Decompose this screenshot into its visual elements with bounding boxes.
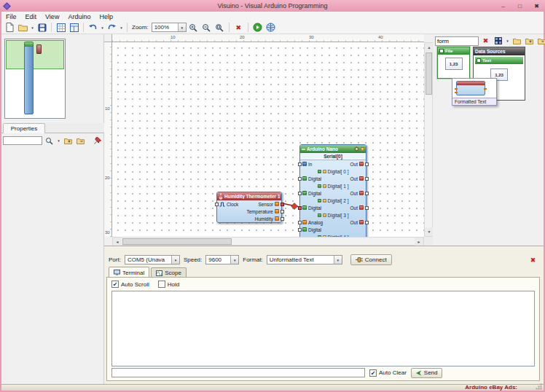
digital1-in-connector[interactable] [298, 192, 302, 195]
analog-out-connector[interactable] [365, 221, 369, 224]
undo-dropdown-icon[interactable]: ▾ [100, 26, 105, 30]
humidity-thermometer-block[interactable]: Humidity Thermometer 1 Clock Sensor Temp… [216, 192, 282, 223]
auto-clear-checkbox[interactable]: ✔ Auto Clear [369, 369, 407, 377]
hold-checkbox[interactable]: Hold [158, 281, 179, 288]
sensor-pin-connector[interactable] [281, 203, 284, 206]
format-dropdown-icon[interactable]: ▾ [334, 256, 342, 264]
maximize-button[interactable]: □ [511, 0, 528, 12]
palette-collapse-all-button[interactable] [536, 36, 545, 46]
auto-clear-checkmark[interactable]: ✔ [369, 369, 377, 377]
digital1-out-pin[interactable]: Out [350, 191, 364, 196]
open-project-button[interactable] [17, 22, 29, 34]
clock-pin-connector[interactable] [215, 203, 219, 206]
analog-in-pin[interactable]: Analog [302, 220, 323, 225]
digital2-out-connector[interactable] [365, 206, 369, 210]
digital1-out-connector[interactable] [365, 192, 369, 195]
minimize-button[interactable]: – [495, 0, 511, 12]
digital0-in-connector[interactable] [298, 177, 302, 181]
digital-extra-connector[interactable] [298, 228, 302, 232]
port-dropdown-icon[interactable]: ▾ [171, 256, 179, 264]
close-button[interactable]: ✖ [528, 0, 545, 12]
palette-search-input[interactable] [435, 36, 479, 46]
auto-scroll-checkbox[interactable]: ✔ Auto Scroll [111, 281, 149, 288]
serial-out-connector[interactable] [365, 162, 369, 166]
menu-arduino[interactable]: Arduino [63, 13, 95, 20]
undo-button[interactable] [87, 22, 99, 34]
tab-terminal[interactable]: Terminal [109, 267, 149, 278]
titlebar[interactable]: Visuino - Visual Arduino Programming – □… [0, 0, 545, 12]
palette-new-category-button[interactable] [511, 36, 522, 46]
palette-view-dropdown-icon[interactable]: ▾ [505, 39, 510, 43]
canvas-vertical-scrollbar[interactable]: ▲ ▼ [424, 42, 433, 237]
analog-out-pin[interactable]: Out [350, 220, 364, 225]
pin-panel-button[interactable] [92, 136, 103, 146]
humidity-pin[interactable]: Humidity [255, 216, 279, 222]
save-button[interactable] [36, 22, 48, 34]
palette-view-button[interactable] [493, 36, 503, 46]
digital2-in-connector[interactable] [298, 206, 302, 210]
file-category-header[interactable]: File [438, 47, 469, 55]
format-select[interactable]: Unformatted Text ▾ [267, 255, 342, 264]
menu-edit[interactable]: Edit [21, 13, 42, 20]
zoom-fit-button[interactable] [213, 22, 226, 34]
horizontal-scroll-thumb[interactable] [122, 238, 232, 245]
new-project-button[interactable] [4, 22, 16, 34]
zoom-select[interactable]: 100% ▾ [152, 23, 187, 32]
menu-help[interactable]: Help [95, 13, 117, 20]
digital1-in-pin[interactable]: Digital [302, 191, 321, 196]
upload-button[interactable] [264, 22, 277, 34]
clock-pin[interactable]: Clock [219, 202, 238, 207]
digital1-channel-header[interactable]: Digital[ 1 ] [300, 182, 366, 189]
terminal-output-area[interactable] [111, 291, 535, 366]
canvas-horizontal-scrollbar[interactable]: ◄ ► [112, 237, 424, 246]
tab-scope[interactable]: Scope [151, 267, 187, 278]
expand-all-button[interactable] [63, 136, 74, 146]
vertical-scroll-thumb[interactable] [426, 52, 432, 95]
properties-search-button[interactable] [44, 136, 55, 146]
digital0-out-pin[interactable]: Out [350, 176, 364, 181]
redo-button[interactable] [106, 22, 118, 34]
speed-select[interactable]: 9600 ▾ [205, 255, 239, 264]
project-settings-button[interactable] [68, 22, 80, 34]
text-subcategory-header[interactable]: Text [475, 57, 523, 64]
digital-extra-in-pin[interactable]: Digital [302, 227, 321, 232]
clear-search-button[interactable]: ✖ [480, 36, 491, 46]
board-view-button[interactable] [55, 22, 67, 34]
delete-button[interactable]: ✖ [232, 22, 245, 34]
temperature-pin[interactable]: Temperature [247, 209, 280, 214]
serial-in-connector[interactable] [298, 162, 302, 166]
gear-icon[interactable] [354, 146, 359, 152]
menu-view[interactable]: View [41, 13, 63, 20]
redo-dropdown-icon[interactable]: ▾ [119, 26, 124, 30]
humidity-pin-connector[interactable] [281, 217, 284, 221]
resize-grip-icon[interactable] [536, 383, 542, 390]
arduino-block-header[interactable]: ∞ Arduino Nano [300, 145, 366, 153]
auto-scroll-checkmark[interactable]: ✔ [111, 281, 119, 288]
overview-thumbnail[interactable] [4, 39, 66, 119]
menu-file[interactable]: File [1, 13, 21, 20]
serial-out-pin[interactable]: Out [350, 162, 364, 167]
port-select[interactable]: COM5 (Unava ▾ [125, 255, 180, 264]
speed-dropdown-icon[interactable]: ▾ [230, 256, 238, 264]
analog-in-connector[interactable] [298, 221, 302, 224]
thermometer-block-header[interactable]: Humidity Thermometer 1 [217, 192, 281, 200]
design-viewport[interactable]: Humidity Thermometer 1 Clock Sensor Temp… [112, 42, 424, 237]
zoom-in-button[interactable] [187, 22, 200, 34]
digital2-out-pin[interactable]: Out [350, 205, 364, 211]
message-input[interactable] [111, 368, 365, 377]
hold-checkmark[interactable] [158, 281, 165, 288]
board-setup-icon[interactable] [361, 147, 364, 151]
digital2-channel-header[interactable]: Digital[ 2 ] [300, 197, 366, 204]
sensor-pin[interactable]: Sensor [258, 202, 279, 207]
formatted-text-component-icon[interactable]: 1,23 [445, 58, 463, 70]
collapse-all-button[interactable] [75, 136, 86, 146]
palette-category-file[interactable]: File 1,23 [437, 47, 470, 79]
serial-in-pin[interactable]: In [302, 162, 312, 167]
palette-expand-all-button[interactable] [524, 36, 535, 46]
overview-viewport-rect[interactable] [6, 40, 64, 69]
digital0-channel-header[interactable]: Digital[ 0 ] [300, 168, 366, 175]
digital0-in-pin[interactable]: Digital [302, 176, 321, 181]
tab-properties[interactable]: Properties [3, 123, 45, 133]
properties-search-dropdown-icon[interactable]: ▾ [56, 138, 61, 143]
open-dropdown-icon[interactable]: ▾ [30, 26, 35, 30]
